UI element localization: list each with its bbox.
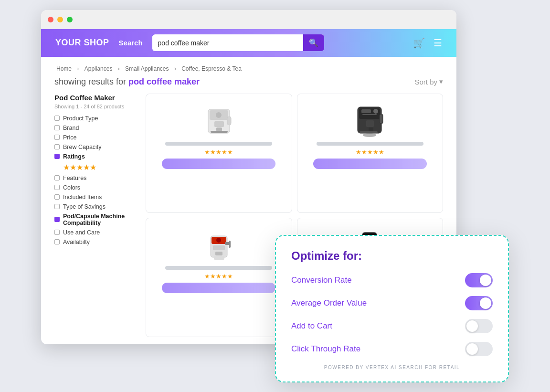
filter-colors[interactable]: Colors — [54, 184, 138, 191]
search-box: 🔍 — [152, 34, 324, 51]
product-stars-2: ★★★★★ — [356, 148, 384, 156]
filter-availability[interactable]: Availabilty — [54, 239, 138, 245]
site-header: YOUR SHOP Search 🔍 🛒 ☰ — [41, 29, 456, 57]
product-name-bar-3 — [165, 266, 272, 270]
svg-point-16 — [363, 133, 376, 137]
svg-rect-23 — [229, 241, 231, 248]
filter-label-included-items: Included Items — [63, 194, 102, 201]
filter-checkbox-brew-capacity[interactable] — [54, 144, 60, 149]
toggle-ctr[interactable] — [465, 342, 493, 356]
breadcrumb-sep1: › — [77, 65, 79, 72]
coffee-maker-svg-1 — [201, 100, 237, 138]
svg-rect-24 — [214, 256, 224, 260]
toggle-knob-ctr — [466, 343, 478, 355]
breadcrumb-home[interactable]: Home — [56, 65, 72, 72]
search-button[interactable]: 🔍 — [303, 34, 324, 51]
results-prefix: showing results for — [54, 77, 128, 86]
product-add-btn-1[interactable] — [162, 159, 275, 169]
filter-label-ratings: Ratings — [63, 153, 85, 160]
filter-label-price: Price — [63, 134, 76, 141]
sort-by-dropdown[interactable]: Sort by ▾ — [414, 77, 443, 86]
filter-pod-capsule[interactable]: Pod/Capsule Machine Compatibility — [54, 213, 138, 226]
product-card-3[interactable]: ★★★★★ — [146, 218, 292, 337]
filter-included-items[interactable]: Included Items — [54, 194, 138, 201]
search-icon: 🔍 — [309, 39, 318, 47]
filter-checkbox-product-type[interactable] — [54, 116, 60, 121]
sidebar: Pod Coffee Maker Showing 1 - 24 of 82 pr… — [54, 94, 138, 337]
filter-checkbox-type-savings[interactable] — [54, 204, 60, 209]
filter-checkbox-use-care[interactable] — [54, 230, 60, 235]
filter-features[interactable]: Features — [54, 175, 138, 181]
filter-checkbox-brand[interactable] — [54, 125, 60, 130]
results-text: showing results for pod coffee maker — [54, 77, 200, 87]
filter-label-product-type: Product Type — [63, 115, 98, 122]
filter-checkbox-features[interactable] — [54, 175, 60, 180]
optimize-label-conversion: Conversion Rate — [291, 275, 352, 285]
svg-rect-12 — [369, 127, 373, 131]
filter-checkbox-price[interactable] — [54, 135, 60, 140]
filter-label-colors: Colors — [63, 184, 80, 191]
filter-brew-capacity[interactable]: Brew Capacity — [54, 144, 138, 150]
filter-product-type[interactable]: Product Type — [54, 115, 138, 122]
filter-label-features: Features — [63, 175, 86, 181]
svg-rect-6 — [211, 131, 228, 133]
optimize-row-ctr: Click Through Rate — [291, 342, 493, 356]
toggle-aov[interactable] — [465, 296, 493, 310]
toggle-knob-aov — [480, 297, 491, 309]
filter-checkbox-included-items[interactable] — [54, 194, 60, 200]
menu-icon[interactable]: ☰ — [434, 37, 442, 49]
browser-titlebar — [41, 10, 456, 29]
toggle-knob-add-to-cart — [466, 320, 478, 332]
scene: YOUR SHOP Search 🔍 🛒 ☰ Home › Appliances… — [41, 10, 509, 382]
filter-checkbox-ratings[interactable] — [54, 154, 60, 159]
window-maximize-dot[interactable] — [67, 17, 73, 22]
optimize-panel: Optimize for: Conversion Rate Average Or… — [275, 235, 509, 382]
site-logo: YOUR SHOP — [55, 38, 109, 48]
filter-checkbox-availability[interactable] — [54, 239, 60, 244]
svg-rect-21 — [215, 252, 222, 255]
sidebar-subtitle: Showing 1 - 24 of 82 products — [54, 104, 138, 109]
filter-ratings[interactable]: Ratings — [54, 153, 138, 160]
product-add-btn-2[interactable] — [313, 159, 427, 169]
product-stars-1: ★★★★★ — [204, 148, 233, 156]
search-input[interactable] — [152, 35, 303, 51]
optimize-row-add-to-cart: Add to Cart — [291, 319, 493, 333]
filter-price[interactable]: Price — [54, 134, 138, 141]
svg-point-2 — [216, 112, 222, 118]
product-add-btn-3[interactable] — [162, 283, 275, 293]
filter-type-savings[interactable]: Type of Savings — [54, 203, 138, 210]
svg-rect-9 — [361, 109, 371, 113]
product-name-bar-1 — [165, 142, 272, 146]
powered-by-label: POWERED BY VERTEX AI SEARCH FOR RETAIL — [291, 365, 493, 370]
product-card-2[interactable]: ★★★★★ — [297, 94, 444, 213]
product-card-1[interactable]: ★★★★★ — [146, 94, 292, 213]
cart-icon[interactable]: 🛒 — [413, 37, 425, 49]
filter-label-brew-capacity: Brew Capacity — [63, 144, 102, 150]
filter-label-type-savings: Type of Savings — [63, 203, 106, 210]
chevron-down-icon: ▾ — [439, 77, 443, 86]
filter-checkbox-colors[interactable] — [54, 185, 60, 190]
filter-brand[interactable]: Brand — [54, 125, 138, 131]
filter-label-pod-capsule: Pod/Capsule Machine Compatibility — [63, 213, 138, 226]
search-label: Search — [119, 39, 143, 47]
sidebar-title: Pod Coffee Maker — [54, 94, 138, 102]
filter-checkbox-pod-capsule[interactable] — [54, 217, 60, 222]
coffee-maker-svg-2 — [352, 100, 388, 138]
header-icons: 🛒 ☰ — [413, 37, 442, 49]
filter-use-care[interactable]: Use and Care — [54, 229, 138, 236]
product-name-bar-2 — [317, 142, 423, 146]
rating-stars: ★★★★★ — [63, 163, 138, 172]
filter-label-brand: Brand — [63, 125, 79, 131]
optimize-label-ctr: Click Through Rate — [291, 344, 360, 354]
window-close-dot[interactable] — [48, 17, 53, 22]
toggle-conversion[interactable] — [465, 273, 493, 287]
product-image-3 — [200, 224, 238, 262]
breadcrumb-small-appliances[interactable]: Small Appliances — [125, 65, 169, 72]
breadcrumb-coffee[interactable]: Coffee, Espresso & Tea — [181, 65, 242, 72]
svg-rect-3 — [214, 121, 224, 127]
window-minimize-dot[interactable] — [57, 17, 63, 22]
svg-rect-5 — [227, 117, 231, 125]
breadcrumb-appliances[interactable]: Appliances — [85, 65, 113, 72]
optimize-row-aov: Average Order Value — [291, 296, 493, 310]
toggle-add-to-cart[interactable] — [465, 319, 493, 333]
